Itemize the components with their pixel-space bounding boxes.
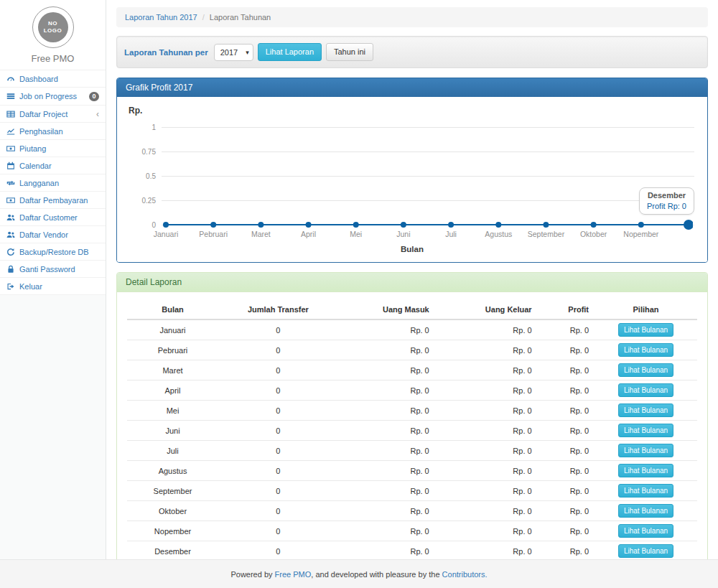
cell-jumlah-transfer: 0 — [218, 340, 338, 360]
table-row-maret: Maret0Rp. 0Rp. 0Rp. 0Lihat Bulanan — [127, 360, 697, 381]
footer-text-middle: , and developed with pleasure by the — [311, 570, 442, 579]
lihat-bulanan-button[interactable]: Lihat Bulanan — [618, 484, 673, 498]
lihat-bulanan-button[interactable]: Lihat Bulanan — [618, 383, 673, 397]
x-tick-label: Mei — [350, 230, 362, 238]
chart-point-oktober[interactable] — [591, 222, 597, 228]
x-tick-label: April — [301, 230, 316, 238]
table-row-juli: Juli0Rp. 0Rp. 0Rp. 0Lihat Bulanan — [127, 441, 697, 461]
cell-jumlah-transfer: 0 — [218, 461, 338, 481]
profit-chart-panel: Grafik Profit 2017 Rp. 10.750.50.250Janu… — [116, 78, 708, 263]
lihat-bulanan-button[interactable]: Lihat Bulanan — [618, 504, 673, 518]
sidebar-filler — [0, 295, 106, 559]
year-select[interactable]: 2017 — [214, 44, 253, 61]
cell-pilihan: Lihat Bulanan — [595, 501, 697, 521]
sidebar-item-langganan[interactable]: Langganan — [0, 174, 106, 192]
chart-point-juni[interactable] — [401, 222, 406, 228]
sidebar-item-label: Daftar Vendor — [19, 230, 68, 239]
chart-point-maret[interactable] — [258, 222, 264, 228]
table-row-september: September0Rp. 0Rp. 0Rp. 0Lihat Bulanan — [127, 481, 697, 501]
chart-point-april[interactable] — [306, 222, 312, 228]
dashboard-icon — [6, 75, 15, 83]
cell-pilihan: Lihat Bulanan — [595, 481, 697, 501]
year-select-wrap: 2017 — [214, 44, 253, 61]
chart-point-januari[interactable] — [163, 222, 169, 228]
cell-bulan: Nopember — [127, 521, 218, 541]
tahun-ini-button[interactable]: Tahun ini — [326, 43, 373, 61]
sidebar-item-label: Penghasilan — [19, 127, 63, 136]
sidebar-item-label: Daftar Project — [19, 110, 67, 118]
sidebar-item-daftar-project[interactable]: Daftar Project‹ — [0, 106, 106, 123]
cell-uang-masuk: Rp. 0 — [338, 461, 435, 481]
table-row-mei: Mei0Rp. 0Rp. 0Rp. 0Lihat Bulanan — [127, 401, 697, 421]
cell-profit: Rp. 0 — [538, 501, 595, 521]
cell-uang-masuk: Rp. 0 — [338, 340, 435, 360]
cell-uang-masuk: Rp. 0 — [338, 481, 435, 501]
cell-jumlah-transfer: 0 — [218, 421, 338, 441]
chart-tooltip: Desember Profit Rp: 0 — [639, 187, 694, 215]
lihat-bulanan-button[interactable]: Lihat Bulanan — [618, 363, 673, 377]
refresh-icon — [6, 248, 15, 256]
contributors-link[interactable]: Contributors. — [442, 570, 488, 579]
cell-uang-keluar: Rp. 0 — [435, 461, 538, 481]
sidebar-item-daftar-customer[interactable]: Daftar Customer — [0, 209, 106, 226]
sidebar-item-ganti-password[interactable]: Ganti Password — [0, 261, 106, 278]
users-icon — [6, 213, 15, 222]
lihat-bulanan-button[interactable]: Lihat Bulanan — [618, 544, 673, 558]
sidebar-item-backup-restore-db[interactable]: Backup/Restore DB — [0, 243, 106, 261]
cell-bulan: Oktober — [127, 501, 218, 521]
detail-panel-title: Detail Laporan — [117, 273, 707, 292]
sidebar-item-dashboard[interactable]: Dashboard — [0, 70, 106, 88]
chart-point-nopember[interactable] — [638, 222, 644, 228]
chart-point-agustus[interactable] — [495, 222, 501, 228]
cell-jumlah-transfer: 0 — [218, 541, 338, 560]
x-tick-label: Juni — [396, 230, 410, 238]
lihat-bulanan-button[interactable]: Lihat Bulanan — [618, 444, 673, 457]
sidebar-item-penghasilan[interactable]: Penghasilan — [0, 123, 106, 140]
lihat-bulanan-button[interactable]: Lihat Bulanan — [618, 424, 673, 437]
chart-plot-area: 10.750.50.250JanuariPebruariMaretAprilMe… — [127, 120, 697, 243]
cell-profit: Rp. 0 — [538, 319, 595, 340]
sidebar-item-job-on-progress[interactable]: Job on Progress0 — [0, 88, 106, 106]
sidebar-item-daftar-vendor[interactable]: Daftar Vendor — [0, 226, 106, 243]
cell-profit: Rp. 0 — [538, 340, 595, 360]
chart-x-axis-label: Bulan — [127, 245, 697, 255]
job-count-badge: 0 — [89, 92, 99, 101]
sidebar-item-daftar-pembayaran[interactable]: Daftar Pembayaran — [0, 192, 106, 209]
y-tick-label: 0.75 — [127, 148, 156, 156]
cell-pilihan: Lihat Bulanan — [595, 340, 697, 360]
cell-pilihan: Lihat Bulanan — [595, 461, 697, 481]
cell-jumlah-transfer: 0 — [218, 381, 338, 401]
lihat-laporan-button[interactable]: Lihat Laporan — [258, 43, 322, 61]
sidebar-item-piutang[interactable]: Piutang — [0, 140, 106, 157]
y-tick-label: 0 — [127, 221, 156, 229]
cell-uang-masuk: Rp. 0 — [338, 401, 435, 421]
lihat-bulanan-button[interactable]: Lihat Bulanan — [618, 464, 673, 477]
lihat-bulanan-button[interactable]: Lihat Bulanan — [618, 323, 673, 337]
chart-point-mei[interactable] — [353, 222, 359, 228]
table-row-desember: Desember0Rp. 0Rp. 0Rp. 0Lihat Bulanan — [127, 541, 697, 560]
cell-pilihan: Lihat Bulanan — [595, 421, 697, 441]
chart-point-september[interactable] — [543, 222, 549, 228]
lihat-bulanan-button[interactable]: Lihat Bulanan — [618, 343, 673, 357]
cell-uang-keluar: Rp. 0 — [435, 340, 538, 360]
line-chart-icon — [6, 127, 15, 136]
free-pmo-link[interactable]: Free PMO — [275, 570, 312, 579]
chart-y-axis-label: Rp. — [129, 106, 697, 116]
cell-profit: Rp. 0 — [538, 360, 595, 381]
sidebar-item-label: Langganan — [19, 179, 59, 187]
cell-bulan: Mei — [127, 401, 218, 421]
chart-point-pebruari[interactable] — [210, 222, 216, 228]
detail-laporan-panel: Detail Laporan BulanJumlah TransferUang … — [116, 272, 708, 559]
lihat-bulanan-button[interactable]: Lihat Bulanan — [618, 403, 673, 417]
chart-point-desember[interactable] — [684, 220, 693, 230]
chart-point-juli[interactable] — [448, 222, 454, 228]
breadcrumb: Laporan Tahun 2017 / Laporan Tahunan — [116, 7, 708, 27]
lihat-bulanan-button[interactable]: Lihat Bulanan — [618, 524, 673, 538]
sidebar-item-calendar[interactable]: Calendar — [0, 157, 106, 174]
logo-text-line2: LOGO — [44, 27, 62, 34]
retweet-icon — [6, 179, 15, 187]
sidebar-item-keluar[interactable]: Keluar — [0, 278, 106, 295]
sidebar-item-label: Dashboard — [19, 75, 58, 83]
cell-uang-masuk: Rp. 0 — [338, 381, 435, 401]
breadcrumb-link[interactable]: Laporan Tahun 2017 — [125, 13, 197, 22]
